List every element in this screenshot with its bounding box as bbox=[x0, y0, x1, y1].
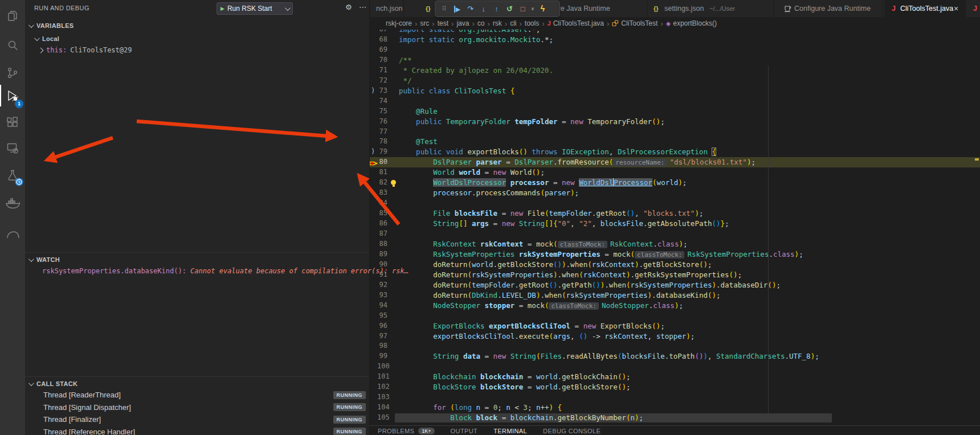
code-line-73[interactable]: )73public class CliToolsTest { bbox=[369, 86, 980, 96]
breadcrumb-item[interactable]: cli bbox=[510, 19, 516, 27]
code-line-77[interactable]: 77 bbox=[369, 127, 980, 137]
line-number[interactable]: 86 bbox=[377, 219, 387, 229]
line-number[interactable]: 73 bbox=[377, 86, 387, 96]
code-line-98[interactable]: 98 bbox=[369, 341, 980, 351]
fold-icon[interactable]: ) bbox=[371, 147, 375, 157]
breadcrumb-item[interactable]: src bbox=[420, 19, 429, 27]
breadcrumb-item[interactable]: rskj-core bbox=[386, 19, 412, 27]
line-number[interactable]: 84 bbox=[377, 198, 387, 208]
watch-expression-row[interactable]: rskSystemProperties.databaseKind(): Cann… bbox=[42, 267, 409, 275]
line-number[interactable]: 89 bbox=[377, 249, 387, 260]
continue-button[interactable]: ▶ bbox=[451, 2, 463, 17]
line-number[interactable]: 99 bbox=[377, 351, 387, 362]
line-number[interactable]: 87 bbox=[377, 229, 387, 239]
line-number[interactable]: 82 bbox=[377, 178, 387, 188]
line-number[interactable]: 81 bbox=[377, 167, 387, 178]
code-line-76[interactable]: 76 public TemporaryFolder tempFolder = n… bbox=[369, 117, 980, 127]
line-number[interactable]: 80 bbox=[377, 157, 387, 167]
line-number[interactable]: 105 bbox=[377, 413, 387, 423]
tab-launch-json[interactable]: nch.json bbox=[376, 0, 403, 17]
breadcrumb-item[interactable]: co bbox=[477, 19, 485, 27]
breadcrumb-item[interactable]: JCliToolsTest.java bbox=[548, 19, 605, 27]
call-stack-thread-row[interactable]: Thread [Reference Handler]RUNNING bbox=[25, 426, 369, 435]
line-number[interactable]: 74 bbox=[377, 96, 387, 106]
tab-clitoolstest-java[interactable]: CliToolsTest.java bbox=[900, 0, 953, 17]
call-stack-thread-row[interactable]: Thread [Finalizer]RUNNING bbox=[25, 413, 369, 426]
code-line-81[interactable]: 81 World world = new World(); bbox=[369, 167, 980, 178]
stop-button[interactable]: □ bbox=[517, 2, 529, 16]
tab-settings-json[interactable]: settings.json bbox=[664, 0, 704, 17]
json-icon[interactable]: {} bbox=[654, 0, 659, 17]
variable-this-row[interactable]: this: CliToolsTest@29 bbox=[39, 46, 132, 54]
line-number[interactable]: 69 bbox=[377, 45, 387, 55]
breadcrumb-item[interactable]: ◈exportBlocks() bbox=[666, 19, 717, 27]
hot-code-replace-icon[interactable]: ϟ bbox=[537, 2, 549, 16]
lightbulb-icon[interactable] bbox=[391, 180, 396, 185]
close-icon[interactable]: × bbox=[954, 0, 958, 17]
line-number[interactable]: 85 bbox=[377, 208, 387, 219]
more-actions-icon[interactable]: ⋯ bbox=[359, 3, 366, 11]
code-line-69[interactable]: 69 bbox=[369, 45, 980, 55]
panel-tab-output[interactable]: OUTPUT bbox=[451, 428, 478, 434]
fold-icon[interactable]: ) bbox=[371, 86, 375, 96]
call-stack-thread-row[interactable]: Thread [Signal Dispatcher]RUNNING bbox=[25, 401, 369, 414]
code-line-102[interactable]: 102 BlockStore blockStore = world.getBlo… bbox=[369, 382, 980, 392]
code-line-74[interactable]: 74 bbox=[369, 96, 980, 106]
breadcrumb-item[interactable]: java bbox=[456, 19, 469, 27]
line-number[interactable]: 75 bbox=[377, 106, 387, 117]
line-number[interactable]: 98 bbox=[377, 341, 387, 351]
line-number[interactable]: 71 bbox=[377, 65, 387, 76]
drag-handle-icon[interactable]: ⠿ bbox=[438, 2, 450, 16]
step-over-button[interactable]: ↷ bbox=[464, 2, 476, 16]
code-line-82[interactable]: 82 WorldDslProcessor processor = new Wor… bbox=[369, 178, 980, 188]
code-line-84[interactable]: 84 bbox=[369, 198, 980, 208]
code-line-71[interactable]: 71 * Created by ajlopez on 26/04/2020. bbox=[369, 65, 980, 76]
code-line-94[interactable]: 94 NodeStopper stopper = mock(classToMoc… bbox=[369, 301, 980, 311]
call-stack-section-header[interactable]: CALL STACK bbox=[25, 379, 369, 389]
breadcrumb-item[interactable]: tools bbox=[525, 19, 539, 27]
testing-flask-icon[interactable] bbox=[0, 162, 25, 189]
panel-tab-debug-console[interactable]: DEBUG CONSOLE bbox=[543, 428, 601, 434]
search-icon[interactable] bbox=[0, 32, 25, 59]
line-number[interactable]: 77 bbox=[377, 127, 387, 137]
call-stack-thread-row[interactable]: Thread [ReaderThread]RUNNING bbox=[25, 389, 369, 401]
code-line-68[interactable]: 68import static org.mockito.Mockito.*; bbox=[369, 35, 980, 45]
line-number[interactable]: 96 bbox=[377, 321, 387, 331]
line-number[interactable]: 76 bbox=[377, 117, 387, 127]
watch-section-header[interactable]: WATCH bbox=[25, 255, 369, 265]
code-line-75[interactable]: 75 @Rule bbox=[369, 106, 980, 117]
line-number[interactable]: 97 bbox=[377, 331, 387, 342]
json-icon[interactable]: {} bbox=[426, 0, 431, 17]
step-into-button[interactable]: ↓ bbox=[477, 2, 489, 16]
code-line-92[interactable]: 92 doReturn(tempFolder.getRoot().getPath… bbox=[369, 280, 980, 290]
line-number[interactable]: 95 bbox=[377, 311, 387, 321]
line-number[interactable]: 100 bbox=[377, 362, 387, 372]
code-line-90[interactable]: 90 doReturn(world.getBlockStore()).when(… bbox=[369, 260, 980, 270]
line-number[interactable]: 83 bbox=[377, 188, 387, 198]
line-number[interactable]: 93 bbox=[377, 290, 387, 301]
line-number[interactable]: 102 bbox=[377, 382, 387, 392]
code-line-89[interactable]: 89 RskSystemProperties rskSystemProperti… bbox=[369, 249, 980, 260]
code-line-105[interactable]: 105 Block block = blockchain.getBlockByN… bbox=[369, 413, 980, 423]
code-line-99[interactable]: 99 String data = new String(Files.readAl… bbox=[369, 351, 980, 362]
code-line-91[interactable]: 91 doReturn(rskSystemProperties).when(rs… bbox=[369, 270, 980, 280]
line-number[interactable]: 88 bbox=[377, 239, 387, 249]
code-line-72[interactable]: 72 */ bbox=[369, 76, 980, 86]
stop-options-chevron-icon[interactable]: ∨ bbox=[530, 2, 536, 16]
panel-tab-terminal[interactable]: TERMINAL bbox=[493, 428, 527, 434]
launch-config-dropdown[interactable]: ▶ Run RSK Start bbox=[217, 2, 293, 15]
code-line-86[interactable]: 86 String[] args = new String[]{"0", "2"… bbox=[369, 219, 980, 229]
code-line-79[interactable]: )79 public void exportBlocks() throws IO… bbox=[369, 147, 980, 157]
code-line-97[interactable]: 97 exportBlocksCliTool.execute(args, () … bbox=[369, 331, 980, 342]
run-and-debug-icon[interactable]: 1 bbox=[0, 82, 25, 109]
code-line-83[interactable]: 83 processor.processCommands(parser); bbox=[369, 188, 980, 198]
code-line-100[interactable]: 100 bbox=[369, 362, 980, 372]
line-number[interactable]: 104 bbox=[377, 403, 387, 413]
line-number[interactable]: 94 bbox=[377, 301, 387, 311]
remote-explorer-icon[interactable] bbox=[0, 134, 25, 162]
line-number[interactable]: 79 bbox=[377, 147, 387, 157]
explorer-icon[interactable] bbox=[0, 2, 25, 30]
line-number[interactable]: 68 bbox=[377, 35, 387, 45]
variables-scope-local[interactable]: Local bbox=[25, 34, 369, 44]
gradle-icon[interactable] bbox=[0, 217, 25, 245]
